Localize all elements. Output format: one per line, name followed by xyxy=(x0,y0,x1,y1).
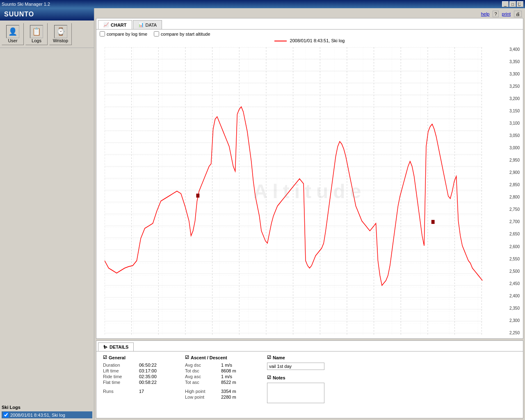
ski-logs-section: Ski Logs 2008/01/01 8:43:51, Ski log xyxy=(0,403,94,420)
chart-tab-label: CHART xyxy=(111,23,127,27)
y-label-2650: 2,650 xyxy=(509,232,520,236)
details-tabs: ⛷ DETAILS xyxy=(96,341,523,352)
tot-dsc-row: Tot dsc 8608 m xyxy=(185,368,251,373)
content-area: help ? print 🖨 📈 CHART 📊 DATA compar xyxy=(94,8,525,420)
tot-asc-value: 8522 m xyxy=(221,380,236,385)
x-axis-arrow-left: ← xyxy=(105,334,106,335)
marker-1 xyxy=(196,194,199,198)
title-bar: Suunto Ski Manager 1.2 _ □ 閉じる xyxy=(0,0,525,8)
avg-asc-row: Avg asc 1 m/s xyxy=(185,374,251,379)
top-toolbar: help ? print 🖨 xyxy=(96,10,523,18)
data-tab-label: DATA xyxy=(146,23,157,27)
avg-dsc-row: Avg dsc 1 m/s xyxy=(185,363,251,368)
legend-line-icon xyxy=(274,41,287,41)
sidebar-item-wristop[interactable]: ⌚ Wristop xyxy=(49,23,72,45)
compare-start-altitude-label[interactable]: compare by start altitude xyxy=(154,31,210,37)
log-entry-label: 2008/01/01 8:43:51, Ski log xyxy=(10,413,65,418)
chart-tabs: 📈 CHART 📊 DATA xyxy=(96,18,523,30)
svg-rect-0 xyxy=(105,47,482,335)
ride-time-row: Ride time 02:35:00 xyxy=(103,374,169,379)
chart-panel: 📈 CHART 📊 DATA compare by log time compa… xyxy=(96,18,523,339)
name-notes-section: ☑ Name ☑ Notes xyxy=(267,355,333,403)
sidebar-item-user[interactable]: 👤 User xyxy=(2,23,24,45)
print-link[interactable]: print xyxy=(502,11,511,16)
y-label-2400: 2,400 xyxy=(509,294,520,298)
log-item[interactable]: 2008/01/01 8:43:51, Ski log xyxy=(2,411,92,418)
low-point-value: 2280 m xyxy=(221,395,236,399)
logs-label: Logs xyxy=(32,38,41,43)
y-label-3000: 3,000 xyxy=(509,146,520,150)
user-icon: 👤 xyxy=(6,25,19,38)
details-tab-label: DETAILS xyxy=(110,345,128,349)
close-button[interactable]: 閉じる xyxy=(517,1,523,7)
y-label-2450: 2,450 xyxy=(509,281,520,286)
compare-log-time-checkbox[interactable] xyxy=(100,31,105,37)
avg-asc-value: 1 m/s xyxy=(221,374,232,379)
ascent-icon: ☑ xyxy=(185,355,189,360)
compare-start-altitude-checkbox[interactable] xyxy=(154,31,159,37)
compare-log-time-label[interactable]: compare by log time xyxy=(100,31,147,37)
chart-svg: ← → 09:00 09:30 10:00 10:30 11:00 11:30 … xyxy=(105,47,507,335)
flat-time-label: Flat time xyxy=(103,380,136,385)
print-icon[interactable]: 🖨 xyxy=(514,11,522,17)
lift-time-value: 03:17:00 xyxy=(139,368,157,373)
y-label-2850: 2,850 xyxy=(509,183,520,187)
notes-textarea[interactable] xyxy=(267,383,324,403)
tot-dsc-value: 8608 m xyxy=(221,368,236,373)
data-tab-icon: 📊 xyxy=(138,22,144,27)
notes-icon: ☑ xyxy=(267,375,271,380)
details-panel: ⛷ DETAILS ☑ General Duration 06:50:22 xyxy=(96,340,523,418)
name-header: ☑ Name xyxy=(267,355,333,360)
tab-chart[interactable]: 📈 CHART xyxy=(98,20,132,29)
y-label-2600: 2,600 xyxy=(509,244,520,249)
sidebar-brand: SUUNTO xyxy=(0,8,94,21)
chart-tab-icon: 📈 xyxy=(103,22,109,27)
maximize-button[interactable]: □ xyxy=(509,1,516,7)
y-label-3100: 3,100 xyxy=(509,121,520,126)
avg-dsc-value: 1 m/s xyxy=(221,363,232,368)
lift-time-row: Lift time 03:17:00 xyxy=(103,368,169,373)
tot-asc-label: Tot asc xyxy=(185,380,218,385)
lift-time-label: Lift time xyxy=(103,368,136,373)
sidebar-item-logs[interactable]: 📋 Logs xyxy=(25,23,48,45)
legend-text: 2008/01/01 8:43:51, Ski log xyxy=(290,38,345,43)
details-tab-icon: ⛷ xyxy=(103,345,108,349)
y-label-2500: 2,500 xyxy=(509,269,520,274)
y-label-2800: 2,800 xyxy=(509,195,520,199)
tab-details[interactable]: ⛷ DETAILS xyxy=(98,342,134,351)
help-link[interactable]: help xyxy=(481,11,490,16)
details-content: ☑ General Duration 06:50:22 Lift time 03… xyxy=(96,352,523,406)
log-checkbox[interactable] xyxy=(3,412,9,418)
ski-logs-label: Ski Logs xyxy=(2,405,92,410)
y-label-3350: 3,350 xyxy=(509,59,520,64)
flat-time-value: 00:58:22 xyxy=(139,380,157,385)
high-point-row: High point 3354 m xyxy=(185,389,251,394)
ascent-section: ☑ Ascent / Descent Avg dsc 1 m/s Tot dsc… xyxy=(185,355,251,403)
y-label-2250: 2,250 xyxy=(509,331,520,335)
low-point-row: Low point 2280 m xyxy=(185,395,251,399)
tab-data[interactable]: 📊 DATA xyxy=(133,20,162,29)
duration-value: 06:50:22 xyxy=(139,363,157,368)
y-label-2700: 2,700 xyxy=(509,219,520,224)
logs-icon: 📋 xyxy=(30,25,43,38)
chart-container: Altitude xyxy=(96,44,523,338)
user-label: User xyxy=(8,38,17,43)
main-window: SUUNTO 👤 User 📋 Logs ⌚ Wristop Ski Logs … xyxy=(0,8,525,420)
ascent-header: ☑ Ascent / Descent xyxy=(185,355,251,360)
y-label-2950: 2,950 xyxy=(509,158,520,162)
y-label-3200: 3,200 xyxy=(509,96,520,101)
minimize-button[interactable]: _ xyxy=(502,1,509,7)
flat-time-row: Flat time 00:58:22 xyxy=(103,380,169,385)
marker-2 xyxy=(431,220,435,224)
y-label-2550: 2,550 xyxy=(509,257,520,261)
sidebar: SUUNTO 👤 User 📋 Logs ⌚ Wristop Ski Logs … xyxy=(0,8,94,420)
runs-row: Runs 17 xyxy=(103,389,169,394)
runs-label: Runs xyxy=(103,389,136,394)
sidebar-content xyxy=(0,48,94,403)
avg-dsc-label: Avg dsc xyxy=(185,363,218,368)
runs-value: 17 xyxy=(139,389,144,394)
help-icon[interactable]: ? xyxy=(493,11,498,17)
name-input[interactable] xyxy=(267,363,324,370)
duration-row: Duration 06:50:22 xyxy=(103,363,169,368)
app-title: Suunto Ski Manager 1.2 xyxy=(2,2,50,7)
